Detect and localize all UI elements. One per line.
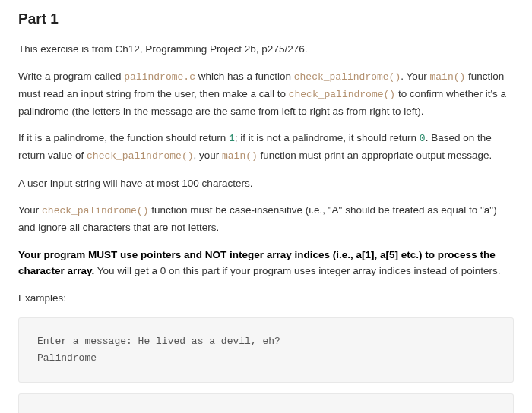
code-main-2: main()	[222, 150, 258, 162]
code-check-palindrome-4: check_palindrome()	[42, 205, 148, 216]
paragraph-pointers-required: Your program MUST use pointers and NOT i…	[18, 247, 514, 279]
num-zero: 0	[420, 133, 426, 144]
paragraph-return-value: If it is a palindrome, the function shou…	[18, 130, 514, 165]
text: ; if it is not a palindrome, it should r…	[235, 132, 420, 143]
text: You will get a 0 on this part if your pr…	[94, 265, 500, 276]
code-check-palindrome-3: check_palindrome()	[87, 150, 193, 162]
example-block-2: Enter a message: Madam, I am Adam. Not a…	[18, 393, 514, 413]
text: which has a function	[195, 71, 294, 82]
text: . Your	[401, 71, 429, 82]
examples-label: Examples:	[18, 290, 514, 307]
code-check-palindrome: check_palindrome()	[294, 71, 401, 83]
code-check-palindrome-2: check_palindrome()	[289, 89, 395, 100]
intro-paragraph: This exercise is from Ch12, Programming …	[18, 41, 514, 58]
part-title: Part 1	[18, 8, 514, 30]
num-one: 1	[229, 133, 235, 144]
paragraph-max-chars: A user input string will have at most 10…	[18, 175, 514, 192]
code-palindrome-c: palindrome.c	[124, 71, 195, 83]
text: function must print an appropriate outpu…	[258, 150, 492, 161]
text: If it is a palindrome, the function shou…	[18, 132, 229, 143]
text: , your	[194, 150, 223, 161]
text: Write a program called	[18, 71, 124, 82]
example-block-1: Enter a message: He lived as a devil, eh…	[18, 317, 514, 383]
text: Your	[18, 204, 42, 216]
paragraph-case-insensitive: Your check_palindrome() function must be…	[18, 202, 514, 235]
paragraph-write-program: Write a program called palindrome.c whic…	[18, 68, 514, 119]
code-main: main()	[430, 71, 466, 83]
